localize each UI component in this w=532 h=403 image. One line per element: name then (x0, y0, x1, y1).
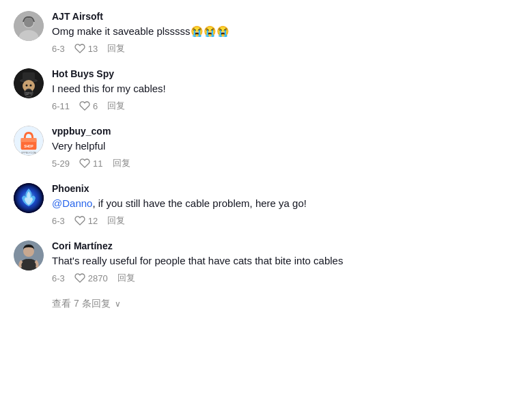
svg-rect-14 (21, 138, 37, 142)
svg-text:SHOP: SHOP (24, 145, 33, 148)
username-vpp: vppbuy_com (52, 126, 518, 137)
comment-text-ajt: Omg make it saveable plsssss😭😭😭 (52, 24, 518, 38)
avatar-hotbuys: SPY (14, 68, 44, 98)
svg-point-9 (30, 85, 32, 87)
mention-danno: @Danno (52, 197, 92, 209)
avatar-phoenix (14, 183, 44, 213)
view-replies-btn[interactable]: 查看 7 条回复 ∨ (52, 298, 518, 310)
comment-body-cori: Cori Martínez That's really useful for p… (52, 240, 518, 284)
heart-icon-vpp (79, 158, 90, 169)
reply-btn-phoenix[interactable]: 回复 (107, 214, 125, 227)
heart-icon-cori (74, 273, 85, 283)
comment-phoenix: Phoenix @Danno, if you still have the ca… (14, 183, 518, 227)
comment-text-hotbuys: I need this for my cables! (52, 81, 518, 96)
comment-body-ajt: AJT Airsoft Omg make it saveable plsssss… (52, 11, 518, 55)
date-cori: 6-3 (52, 273, 65, 283)
view-replies-label: 查看 7 条回复 (52, 298, 111, 310)
date-phoenix: 6-3 (52, 216, 65, 226)
date-ajt: 6-3 (52, 44, 65, 54)
comment-hotbuys: SPY Hot Buys Spy I need this for my cabl… (14, 68, 518, 112)
reply-btn-ajt[interactable]: 回复 (107, 42, 125, 55)
like-count-vpp: 11 (93, 158, 102, 169)
svg-point-8 (26, 85, 28, 87)
avatar-vpp: SHOP VPPBUY.COM (14, 126, 44, 156)
comment-meta-cori: 6-3 2870 回复 (52, 272, 518, 284)
date-vpp: 5-29 (52, 158, 70, 169)
comment-meta-phoenix: 6-3 12 回复 (52, 214, 518, 227)
svg-text:SPY: SPY (25, 92, 33, 96)
comment-vpp: SHOP VPPBUY.COM vppbuy_com Very helpful … (14, 126, 518, 169)
comment-meta-vpp: 5-29 11 回复 (52, 157, 518, 169)
like-count-phoenix: 12 (88, 216, 98, 226)
comment-body-hotbuys: Hot Buys Spy I need this for my cables! … (52, 68, 518, 112)
comment-text-vpp: Very helpful (52, 139, 518, 153)
comment-cori: Cori Martínez That's really useful for p… (14, 240, 518, 284)
avatar-cori (14, 240, 44, 270)
avatar-ajt (14, 11, 44, 41)
svg-point-3 (24, 18, 33, 27)
chevron-down-icon: ∨ (115, 299, 121, 309)
reply-btn-cori[interactable]: 回复 (117, 272, 135, 284)
like-btn-hotbuys[interactable]: 6 (79, 100, 98, 111)
like-btn-vpp[interactable]: 11 (79, 158, 102, 169)
comment-ajt: AJT Airsoft Omg make it saveable plsssss… (14, 11, 518, 55)
comment-meta-hotbuys: 6-11 6 回复 (52, 100, 518, 112)
comment-meta-ajt: 6-3 13 回复 (52, 42, 518, 55)
like-count-cori: 2870 (88, 273, 108, 283)
username-cori: Cori Martínez (52, 240, 518, 251)
comment-text-cori: That's really useful for people that hav… (52, 253, 518, 268)
like-btn-ajt[interactable]: 13 (74, 43, 98, 54)
reply-btn-vpp[interactable]: 回复 (113, 157, 130, 169)
reply-btn-hotbuys[interactable]: 回复 (107, 100, 125, 112)
comment-body-phoenix: Phoenix @Danno, if you still have the ca… (52, 183, 518, 227)
like-btn-cori[interactable]: 2870 (74, 273, 108, 283)
username-hotbuys: Hot Buys Spy (52, 68, 518, 79)
comment-text-phoenix: @Danno, if you still have the cable prob… (52, 196, 518, 210)
username-phoenix: Phoenix (52, 183, 518, 194)
comment-body-vpp: vppbuy_com Very helpful 5-29 11 回复 (52, 126, 518, 169)
heart-icon-phoenix (74, 215, 85, 226)
like-btn-phoenix[interactable]: 12 (74, 215, 98, 226)
username-ajt: AJT Airsoft (52, 11, 518, 22)
heart-icon-hotbuys (79, 100, 90, 111)
svg-text:VPPBUY.COM: VPPBUY.COM (21, 152, 36, 154)
date-hotbuys: 6-11 (52, 101, 70, 111)
heart-icon-ajt (74, 43, 85, 54)
like-count-ajt: 13 (88, 44, 98, 54)
like-count-hotbuys: 6 (93, 101, 98, 111)
